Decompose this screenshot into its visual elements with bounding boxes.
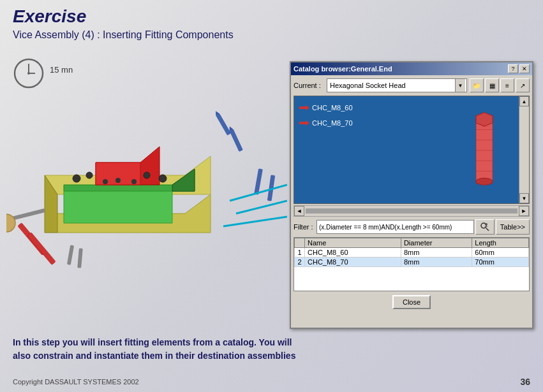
svg-point-38 bbox=[476, 178, 493, 185]
window-title: Catalog browser:General.End bbox=[294, 65, 392, 73]
scroll-down-btn[interactable]: ▼ bbox=[519, 193, 529, 203]
dropdown-arrow-icon[interactable]: ▼ bbox=[455, 79, 465, 92]
svg-marker-39 bbox=[476, 112, 493, 126]
row2-name: CHC_M8_70 bbox=[305, 258, 401, 267]
item2-label: CHC_M8_70 bbox=[312, 119, 353, 127]
sub-title: Vice Assembly (4) : Inserting Fitting Co… bbox=[13, 29, 234, 41]
close-button[interactable]: Close bbox=[392, 295, 431, 309]
row1-num: 1 bbox=[295, 248, 305, 258]
search-icon bbox=[480, 222, 490, 232]
svg-line-46 bbox=[486, 228, 489, 231]
folder-btn[interactable]: 📁 bbox=[470, 78, 484, 92]
bottom-text: In this step you will insert fitting ele… bbox=[13, 336, 530, 363]
slide-page: Exercise Vice Assembly (4) : Inserting F… bbox=[0, 0, 543, 392]
nav-track bbox=[306, 208, 517, 214]
preview-pane: CHC_M8_60 CHC_M8_70 bbox=[294, 96, 530, 204]
nav-arrows: ◄ ► bbox=[294, 205, 530, 217]
arrow-btn[interactable]: ↗ bbox=[516, 78, 530, 92]
window-content: Current : Hexagonal Socket Head ▼ 📁 ▦ ≡ … bbox=[291, 75, 532, 313]
close-row: Close bbox=[294, 294, 530, 310]
window-titlebar: Catalog browser:General.End ? ✕ bbox=[291, 62, 532, 75]
svg-point-15 bbox=[159, 175, 167, 182]
page-number: 36 bbox=[520, 377, 530, 387]
grid-btn[interactable]: ▦ bbox=[485, 78, 499, 92]
svg-point-12 bbox=[73, 175, 80, 182]
item1-label: CHC_M8_60 bbox=[312, 104, 353, 112]
current-label: Current : bbox=[294, 82, 327, 89]
results-table: Name Diameter Length 1 CHC_M8_60 8mm 60m… bbox=[294, 238, 529, 267]
row1-length: 60mm bbox=[472, 248, 529, 258]
item2-icon bbox=[299, 119, 309, 127]
row1-name: CHC_M8_60 bbox=[305, 248, 401, 258]
bottom-line1: In this step you will insert fitting ele… bbox=[13, 336, 530, 349]
row1-diameter: 8mm bbox=[401, 248, 472, 258]
help-button[interactable]: ? bbox=[508, 64, 518, 73]
window-controls: ? ✕ bbox=[508, 64, 530, 73]
svg-point-47 bbox=[485, 223, 487, 226]
assembly-area: 15 mn bbox=[6, 51, 306, 287]
assembly-mockup bbox=[6, 86, 287, 271]
3d-preview bbox=[452, 109, 516, 192]
svg-marker-35 bbox=[299, 120, 309, 126]
catalog-window: Catalog browser:General.End ? ✕ Current … bbox=[290, 61, 533, 329]
current-row: Current : Hexagonal Socket Head ▼ 📁 ▦ ≡ … bbox=[294, 78, 530, 93]
main-title: Exercise bbox=[13, 6, 234, 27]
close-window-button[interactable]: ✕ bbox=[519, 64, 530, 73]
item1-icon bbox=[299, 104, 309, 112]
svg-line-31 bbox=[223, 217, 287, 226]
svg-rect-21 bbox=[216, 113, 230, 135]
catalog-item-2[interactable]: CHC_M8_70 bbox=[299, 119, 353, 127]
svg-rect-25 bbox=[255, 169, 263, 194]
nav-right-btn[interactable]: ► bbox=[519, 206, 529, 216]
svg-point-13 bbox=[86, 172, 93, 178]
clock-icon bbox=[13, 57, 45, 89]
nav-left-btn[interactable]: ◄ bbox=[294, 206, 304, 216]
filter-label: Filter : bbox=[294, 223, 316, 231]
filter-input[interactable]: (x.Diameter == 8 mm)AND(x.Length >= 60mm… bbox=[316, 220, 474, 234]
col-diameter-header: Diameter bbox=[401, 238, 472, 248]
svg-point-14 bbox=[144, 172, 150, 178]
catalog-item-1[interactable]: CHC_M8_60 bbox=[299, 104, 353, 112]
results-table-container: Name Diameter Length 1 CHC_M8_60 8mm 60m… bbox=[294, 237, 530, 291]
row2-diameter: 8mm bbox=[401, 258, 472, 267]
list-btn[interactable]: ≡ bbox=[500, 78, 514, 92]
preview-scrollbar[interactable]: ▲ ▼ bbox=[519, 96, 529, 203]
bottom-line2: also constrain and instantiate them in t… bbox=[13, 349, 530, 363]
toolbar-row: 📁 ▦ ≡ ↗ bbox=[470, 78, 530, 92]
svg-point-18 bbox=[115, 178, 121, 183]
time-label: 15 mn bbox=[50, 65, 73, 75]
row2-num: 2 bbox=[295, 258, 305, 267]
col-name-header: Name bbox=[305, 238, 401, 248]
filter-search-button[interactable] bbox=[475, 219, 495, 235]
svg-marker-34 bbox=[299, 105, 309, 110]
svg-line-30 bbox=[236, 201, 287, 214]
table-button[interactable]: Table>> bbox=[496, 219, 530, 235]
svg-rect-32 bbox=[67, 245, 73, 265]
copyright-text: Copyright DASSAULT SYSTEMES 2002 bbox=[13, 378, 139, 386]
filter-value: (x.Diameter == 8 mm)AND(x.Length >= 60mm… bbox=[319, 224, 452, 231]
filter-row: Filter : (x.Diameter == 8 mm)AND(x.Lengt… bbox=[294, 219, 530, 235]
svg-rect-33 bbox=[78, 249, 83, 268]
current-value: Hexagonal Socket Head bbox=[329, 82, 406, 89]
svg-rect-23 bbox=[230, 129, 243, 151]
table-row[interactable]: 1 CHC_M8_60 8mm 60mm bbox=[295, 248, 529, 258]
table-row[interactable]: 2 CHC_M8_70 8mm 70mm bbox=[295, 258, 529, 267]
svg-point-16 bbox=[103, 179, 108, 184]
current-dropdown[interactable]: Hexagonal Socket Head ▼ bbox=[327, 78, 467, 92]
svg-rect-28 bbox=[27, 232, 56, 265]
footer: Copyright DASSAULT SYSTEMES 2002 36 bbox=[13, 377, 530, 387]
col-length-header: Length bbox=[472, 238, 529, 248]
svg-point-17 bbox=[131, 179, 137, 184]
title-area: Exercise Vice Assembly (4) : Inserting F… bbox=[13, 6, 234, 41]
scroll-up-btn[interactable]: ▲ bbox=[519, 96, 529, 106]
col-num-header bbox=[295, 238, 305, 248]
svg-marker-8 bbox=[64, 191, 172, 223]
row2-length: 70mm bbox=[472, 258, 529, 267]
